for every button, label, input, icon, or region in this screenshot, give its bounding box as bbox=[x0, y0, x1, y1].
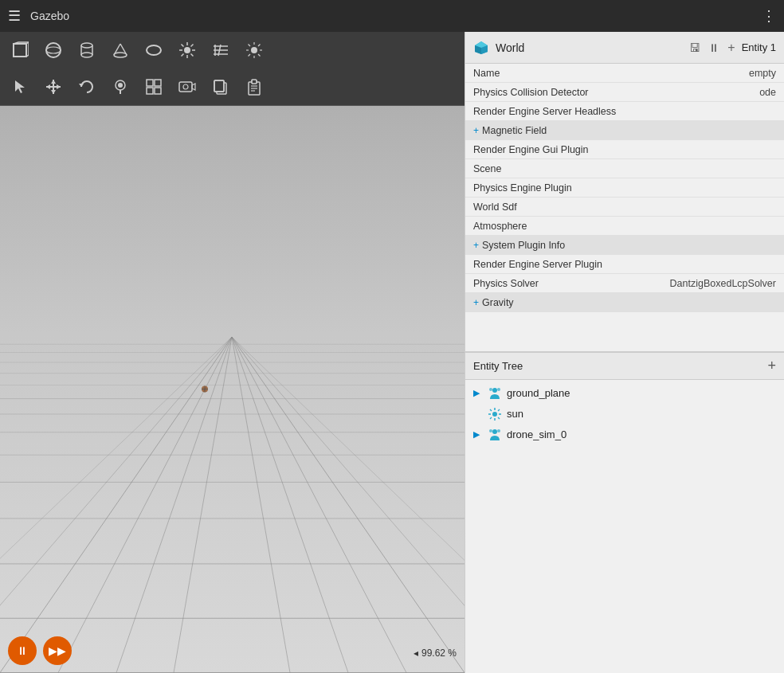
svg-point-16 bbox=[184, 47, 190, 53]
drone-sim-label: drone_sim_0 bbox=[507, 428, 566, 440]
prop-row-atmosphere[interactable]: Atmosphere bbox=[465, 217, 784, 236]
system-plugin-expand-icon[interactable]: + bbox=[473, 240, 479, 251]
pause-world-icon[interactable]: ⏸ bbox=[708, 41, 719, 54]
cylinder-tool-btn[interactable] bbox=[72, 35, 102, 65]
paste-tool-btn[interactable] bbox=[239, 72, 269, 102]
main-layout: ⏸ ▶▶ ◂ 99.62 % Wor bbox=[0, 32, 784, 673]
entity-tree-body: ▶ ground_plane ▶ bbox=[465, 380, 784, 674]
gravity-expand-icon[interactable]: + bbox=[473, 297, 479, 308]
hamburger-menu-icon[interactable]: ☰ bbox=[8, 7, 21, 25]
viewport-3d[interactable]: ⏸ ▶▶ ◂ 99.62 % bbox=[0, 106, 465, 673]
paint-tool-btn[interactable] bbox=[105, 72, 135, 102]
svg-rect-58 bbox=[214, 80, 224, 92]
prop-row-physics-solver[interactable]: Physics Solver DantzigBoxedLcpSolver bbox=[465, 274, 784, 293]
camera-view-btn[interactable] bbox=[172, 72, 202, 102]
drone-sim-entity-icon bbox=[488, 428, 502, 442]
prop-section-system-plugin[interactable]: + System Plugin Info bbox=[465, 236, 784, 255]
prop-row-collision[interactable]: Physics Collision Detector ode bbox=[465, 83, 784, 102]
svg-rect-53 bbox=[155, 88, 161, 94]
world-cube-icon bbox=[473, 40, 489, 56]
pause-button[interactable]: ⏸ bbox=[8, 636, 37, 665]
point-light-btn[interactable] bbox=[239, 35, 269, 65]
ground-plane-chevron-icon[interactable]: ▶ bbox=[473, 388, 483, 398]
entity-tree-add-button[interactable]: + bbox=[767, 358, 776, 373]
prop-label-render-gui: Render Engine Gui Plugin bbox=[473, 144, 776, 155]
svg-marker-42 bbox=[51, 80, 56, 84]
svg-point-113 bbox=[497, 429, 500, 432]
ellipsoid-tool-btn[interactable] bbox=[139, 35, 169, 65]
svg-marker-66 bbox=[0, 338, 465, 673]
svg-line-22 bbox=[191, 54, 194, 57]
prop-label-system-plugin: System Plugin Info bbox=[482, 240, 776, 251]
zoom-value: 99.62 % bbox=[421, 648, 457, 659]
svg-point-112 bbox=[492, 429, 497, 434]
svg-point-7 bbox=[46, 47, 61, 53]
magnetic-expand-icon[interactable]: + bbox=[473, 125, 479, 136]
prop-row-name[interactable]: Name empty bbox=[465, 64, 784, 83]
prop-label-physics-engine: Physics Engine Plugin bbox=[473, 182, 776, 194]
zoom-arrow-icon: ◂ bbox=[414, 648, 418, 659]
svg-marker-45 bbox=[57, 84, 61, 89]
right-panel: World 🖫 ⏸ + Entity 1 Name empty Physics … bbox=[465, 32, 784, 673]
prop-row-render-server-plugin[interactable]: Render Engine Server Plugin bbox=[465, 255, 784, 274]
prop-row-world-sdf[interactable]: World Sdf bbox=[465, 198, 784, 217]
world-header-icons: 🖫 ⏸ + bbox=[689, 41, 735, 55]
svg-line-35 bbox=[249, 45, 251, 47]
svg-point-48 bbox=[118, 83, 123, 88]
prop-label-collision: Physics Collision Detector bbox=[473, 87, 759, 98]
menu-bar: ☰ Gazebo ⋮ bbox=[0, 0, 784, 32]
select-tool-btn[interactable] bbox=[5, 72, 35, 102]
svg-line-23 bbox=[191, 45, 194, 47]
prop-row-physics-engine[interactable]: Physics Engine Plugin bbox=[465, 178, 784, 198]
box-tool-btn[interactable] bbox=[5, 35, 35, 65]
prop-section-magnetic[interactable]: + Magnetic Field bbox=[465, 121, 784, 140]
entity-tree-header: Entity Tree + bbox=[465, 351, 784, 380]
translate-tool-btn[interactable] bbox=[38, 72, 69, 102]
svg-line-37 bbox=[258, 45, 261, 47]
copy-tool-btn[interactable] bbox=[206, 72, 236, 102]
hatch-tool-btn[interactable] bbox=[206, 35, 236, 65]
ground-plane-label: ground_plane bbox=[507, 387, 570, 399]
entity-item-ground-plane[interactable]: ▶ ground_plane bbox=[465, 383, 784, 404]
prop-section-gravity[interactable]: + Gravity bbox=[465, 293, 784, 312]
svg-rect-51 bbox=[155, 80, 161, 86]
drone-sim-chevron-icon[interactable]: ▶ bbox=[473, 429, 483, 440]
prop-label-world-sdf: World Sdf bbox=[473, 202, 776, 213]
ground-plane-entity-icon bbox=[488, 386, 502, 401]
prop-label-physics-solver: Physics Solver bbox=[473, 278, 670, 289]
sphere-tool-btn[interactable] bbox=[38, 35, 69, 65]
sun-entity-icon bbox=[488, 407, 502, 421]
shape-toolbar-row bbox=[0, 32, 465, 68]
more-options-icon[interactable]: ⋮ bbox=[762, 8, 776, 24]
app-title: Gazebo bbox=[30, 10, 69, 22]
svg-marker-44 bbox=[46, 84, 50, 89]
entity-item-drone-sim[interactable]: ▶ drone_sim_0 bbox=[465, 425, 784, 445]
add-entity-icon[interactable]: + bbox=[727, 41, 735, 55]
entity-label: Entity 1 bbox=[742, 41, 776, 53]
directional-light-btn[interactable] bbox=[172, 35, 202, 65]
svg-rect-52 bbox=[147, 88, 153, 94]
svg-point-56 bbox=[183, 84, 188, 89]
svg-line-110 bbox=[498, 409, 500, 411]
entity-item-sun[interactable]: ▶ sun bbox=[465, 404, 784, 425]
cone-tool-btn[interactable] bbox=[105, 35, 135, 65]
svg-line-38 bbox=[249, 54, 251, 57]
rotate-tool-btn[interactable] bbox=[72, 72, 102, 102]
prop-row-render-headless[interactable]: Render Engine Server Headless bbox=[465, 102, 784, 121]
prop-label-magnetic: Magnetic Field bbox=[482, 125, 776, 136]
grid-toggle-btn[interactable] bbox=[139, 72, 169, 102]
svg-rect-50 bbox=[147, 80, 153, 86]
svg-point-6 bbox=[46, 43, 61, 57]
svg-line-21 bbox=[182, 45, 184, 47]
prop-row-render-gui[interactable]: Render Engine Gui Plugin bbox=[465, 140, 784, 159]
fast-forward-button[interactable]: ▶▶ bbox=[43, 636, 72, 665]
svg-line-36 bbox=[258, 54, 261, 57]
save-world-icon[interactable]: 🖫 bbox=[689, 41, 700, 54]
svg-point-114 bbox=[489, 429, 492, 432]
world-header: World 🖫 ⏸ + Entity 1 bbox=[465, 32, 784, 64]
svg-point-15 bbox=[147, 45, 161, 55]
prop-row-scene[interactable]: Scene bbox=[465, 159, 784, 178]
prop-label-atmosphere: Atmosphere bbox=[473, 221, 776, 232]
svg-point-102 bbox=[489, 388, 492, 391]
svg-point-30 bbox=[251, 47, 257, 53]
